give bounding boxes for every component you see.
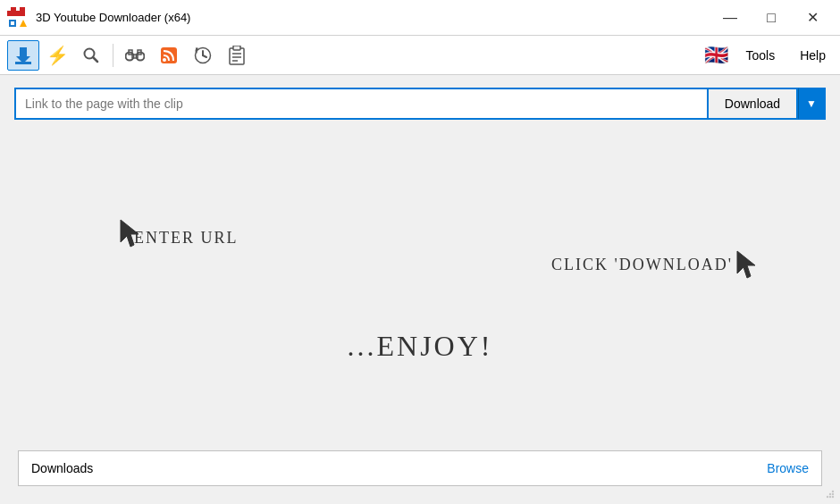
resize-handle-icon xyxy=(824,488,836,500)
svg-marker-6 xyxy=(20,20,27,27)
url-input[interactable] xyxy=(14,88,709,120)
toolbar-quick-button[interactable]: ⚡ xyxy=(41,40,73,71)
download-dropdown-button[interactable]: ▼ xyxy=(798,88,826,120)
maximize-button[interactable]: □ xyxy=(751,4,792,32)
cursor-arrow-2-icon xyxy=(733,247,760,282)
click-download-label: CLICK 'DOWNLOAD' xyxy=(551,256,733,274)
binoculars-icon xyxy=(125,47,145,63)
language-flag-icon[interactable]: 🇬🇧 xyxy=(704,44,728,67)
svg-line-11 xyxy=(93,57,97,62)
svg-rect-7 xyxy=(20,47,27,56)
toolbar: ⚡ xyxy=(0,36,840,75)
toolbar-clipboard-button[interactable] xyxy=(221,40,253,71)
download-arrow-icon xyxy=(13,46,33,65)
toolbar-rss-button[interactable] xyxy=(153,40,185,71)
minimize-button[interactable]: — xyxy=(710,4,751,32)
app-logo-icon xyxy=(7,7,29,29)
svg-rect-9 xyxy=(15,62,31,64)
svg-rect-24 xyxy=(233,46,240,50)
svg-point-31 xyxy=(829,496,831,498)
toolbar-browse-button[interactable] xyxy=(119,40,151,71)
svg-point-18 xyxy=(163,58,166,62)
window-controls: — □ ✕ xyxy=(710,4,833,32)
toolbar-right: 🇬🇧 Tools Help xyxy=(704,44,833,67)
history-icon xyxy=(194,46,212,64)
svg-point-32 xyxy=(832,496,834,498)
help-menu-button[interactable]: Help xyxy=(793,45,833,66)
svg-point-30 xyxy=(827,496,828,498)
url-area: Download ▼ xyxy=(0,75,840,132)
download-button-group: Download ▼ xyxy=(709,88,826,120)
close-button[interactable]: ✕ xyxy=(792,4,833,32)
svg-rect-3 xyxy=(16,7,20,11)
bottom-bar: Downloads Browse xyxy=(18,450,822,486)
instruction-area: ENTER URL CLICK 'DOWNLOAD' ...ENJOY! xyxy=(18,211,822,372)
browse-link[interactable]: Browse xyxy=(767,461,809,475)
svg-line-21 xyxy=(203,55,206,57)
svg-rect-2 xyxy=(7,7,11,11)
toolbar-download-button[interactable] xyxy=(7,40,39,71)
title-bar: 3D Youtube Downloader (x64) — □ ✕ xyxy=(0,0,840,36)
svg-marker-29 xyxy=(737,251,755,278)
enter-url-label: ENTER URL xyxy=(134,229,239,248)
title-bar-left: 3D Youtube Downloader (x64) xyxy=(7,7,190,29)
lightning-icon: ⚡ xyxy=(46,45,69,66)
window-title: 3D Youtube Downloader (x64) xyxy=(36,11,190,24)
rss-icon xyxy=(160,46,178,64)
tools-menu-button[interactable]: Tools xyxy=(739,45,783,66)
svg-rect-5 xyxy=(11,21,14,25)
clipboard-icon xyxy=(229,46,245,65)
magnifier-icon xyxy=(82,46,100,64)
toolbar-search-button[interactable] xyxy=(75,40,107,71)
bottom-container: Downloads Browse xyxy=(0,450,840,504)
svg-point-33 xyxy=(829,493,831,495)
downloads-label: Downloads xyxy=(31,461,93,475)
svg-point-34 xyxy=(832,493,834,495)
svg-point-35 xyxy=(832,491,834,492)
download-button[interactable]: Download xyxy=(709,88,798,120)
arrow-click-download xyxy=(733,247,760,285)
toolbar-separator-1 xyxy=(113,44,113,67)
toolbar-history-button[interactable] xyxy=(187,40,219,71)
main-content: ENTER URL CLICK 'DOWNLOAD' ...ENJOY! xyxy=(0,132,840,450)
enjoy-label: ...ENJOY! xyxy=(348,330,493,363)
dropdown-arrow-icon: ▼ xyxy=(806,97,817,110)
